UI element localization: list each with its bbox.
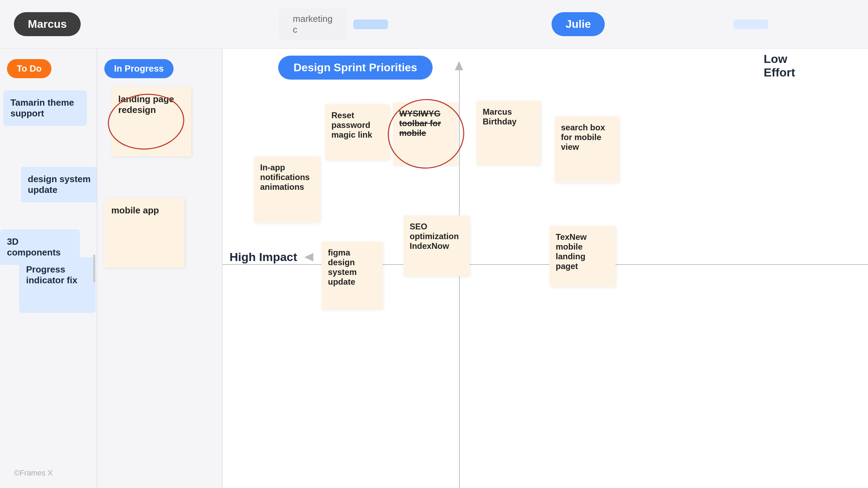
high-impact-label-container: High Impact: [230, 250, 313, 264]
user-pill-julie[interactable]: Julie: [552, 12, 605, 36]
marketing-chip: marketing c: [279, 9, 346, 40]
sticky-reset-password[interactable]: Reset password magic link: [325, 104, 389, 160]
kanban-item-progress-fix[interactable]: Progress indicator fix: [19, 257, 96, 313]
sticky-marcus-birthday[interactable]: Marcus Birthday: [476, 101, 541, 165]
inprogress-column: In Progress landing page redesign mobile…: [97, 49, 223, 488]
todo-column: To Do Tamarin theme support design syste…: [0, 49, 97, 488]
user-pill-marcus[interactable]: Marcus: [14, 12, 81, 36]
sticky-inapp[interactable]: In-app notifications animations: [254, 156, 320, 222]
inprogress-label: In Progress: [104, 59, 174, 78]
sticky-mobile-app[interactable]: mobile app: [104, 198, 184, 268]
kanban-item-tamarin[interactable]: Tamarin theme support: [3, 90, 87, 126]
main-content: To Do Tamarin theme support design syste…: [0, 49, 868, 488]
kanban-item-design-system[interactable]: design system update: [21, 167, 97, 202]
axis-vertical: [459, 70, 460, 488]
sticky-search-box[interactable]: search box for mobile view: [555, 116, 619, 182]
design-sprint-label: Design Sprint Priorities: [278, 56, 433, 80]
sticky-seo[interactable]: SEO optimization IndexNow: [403, 215, 469, 276]
another-chip: [353, 19, 388, 29]
matrix-section: Design Sprint Priorities Low Effort High…: [223, 49, 868, 488]
top-bar: Marcus marketing c Julie Robert: [0, 0, 868, 49]
sticky-wysiwyg-container[interactable]: WYSIWYG toolbar for mobile: [393, 103, 457, 165]
design-sprint-label-container: Design Sprint Priorities: [278, 56, 433, 93]
sticky-landing-page[interactable]: landing page redesign: [111, 87, 191, 156]
arrow-left: [304, 253, 313, 261]
sticky-figma-design[interactable]: figma design system update: [322, 242, 383, 309]
copyright: ©Frames X: [14, 469, 53, 478]
todo-label: To Do: [7, 59, 51, 78]
sticky-texnew[interactable]: TexNew mobile landing paget: [549, 226, 616, 287]
scrollbar[interactable]: [93, 254, 95, 282]
axis-horizontal: [223, 264, 868, 265]
high-impact-label: High Impact: [230, 250, 297, 264]
julie-chip: [733, 19, 768, 29]
arrow-up: [455, 61, 463, 70]
